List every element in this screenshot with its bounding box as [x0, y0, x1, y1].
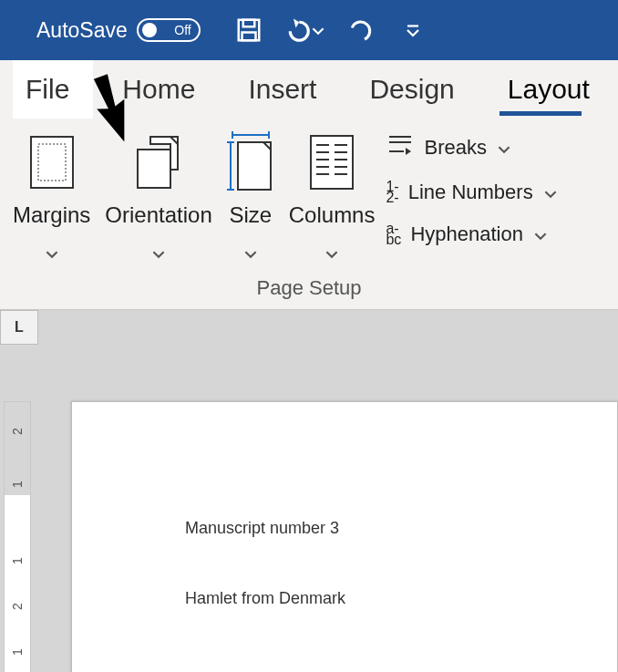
columns-label: Columns	[289, 202, 376, 228]
svg-rect-14	[311, 136, 353, 189]
autosave-toggle-off[interactable]: Off	[137, 18, 201, 42]
margins-icon	[27, 129, 77, 195]
customize-quick-access[interactable]	[405, 22, 421, 38]
orientation-button[interactable]: Orientation	[98, 126, 219, 268]
size-button[interactable]: Size	[220, 126, 282, 268]
chevron-down-icon	[544, 181, 557, 204]
page-setup-more: Breaks 1-2- Line Numbers a-bc Hyphenatio…	[382, 126, 556, 246]
tab-home[interactable]: Home	[120, 68, 197, 110]
size-label: Size	[229, 202, 272, 228]
autosave-label: AutoSave	[36, 18, 128, 43]
save-button[interactable]	[235, 16, 263, 44]
ribbon-group-label: Page Setup	[0, 276, 618, 300]
chevron-down-icon	[312, 18, 324, 43]
tab-layout[interactable]: Layout	[506, 68, 592, 110]
autosave-state: Off	[174, 23, 191, 37]
tab-file[interactable]: File	[24, 68, 71, 110]
svg-rect-2	[242, 33, 255, 41]
ribbon-layout: Margins Orientation Size Columns Breaks	[0, 119, 618, 310]
ruler-mark: 1	[10, 630, 25, 656]
breaks-icon	[386, 133, 415, 162]
document-line: Hamlet from Denmark	[185, 589, 617, 608]
hyphenation-icon: a-bc	[386, 223, 401, 245]
margins-label: Margins	[13, 202, 90, 228]
hyphenation-button[interactable]: a-bc Hyphenation	[386, 222, 556, 246]
margins-button[interactable]: Margins	[5, 126, 98, 268]
chevron-down-icon	[46, 239, 58, 264]
hyphenation-label: Hyphenation	[410, 222, 523, 246]
ruler-mark: 2	[10, 409, 25, 435]
svg-rect-13	[238, 142, 271, 190]
line-numbers-label: Line Numbers	[408, 181, 533, 204]
active-tab-underline	[500, 111, 582, 116]
undo-button[interactable]	[284, 16, 324, 44]
orientation-icon	[132, 129, 185, 195]
breaks-label: Breaks	[424, 136, 486, 160]
ribbon-tabs: File Home Insert Design Layout	[0, 60, 618, 119]
columns-button[interactable]: Columns	[282, 126, 383, 268]
breaks-button[interactable]: Breaks	[386, 133, 556, 162]
ruler-mark: 1	[10, 539, 25, 564]
size-icon	[227, 129, 274, 195]
chevron-down-icon	[534, 222, 547, 246]
svg-rect-1	[243, 20, 255, 27]
line-numbers-button[interactable]: 1-2- Line Numbers	[386, 181, 556, 204]
chevron-down-icon	[498, 136, 510, 160]
orientation-label: Orientation	[105, 202, 211, 228]
document-page[interactable]: Manuscript number 3 Hamlet from Denmark	[71, 401, 618, 672]
vertical-ruler[interactable]: 2 1 1 2 1	[4, 401, 31, 672]
tab-design[interactable]: Design	[367, 68, 456, 110]
chevron-down-icon	[152, 239, 165, 264]
chevron-down-icon	[325, 239, 338, 264]
ruler-mark: 2	[10, 584, 25, 610]
line-numbers-icon: 1-2-	[386, 181, 398, 203]
title-bar: AutoSave Off	[0, 0, 618, 60]
quick-access-toolbar	[235, 16, 421, 44]
tab-insert[interactable]: Insert	[246, 68, 318, 110]
autosave-control[interactable]: AutoSave Off	[36, 18, 201, 43]
ruler-corner-tab-selector[interactable]: L	[0, 310, 38, 345]
ruler-mark: 1	[10, 462, 25, 488]
redo-button[interactable]	[346, 16, 374, 44]
document-line: Manuscript number 3	[185, 519, 617, 538]
svg-rect-6	[138, 150, 170, 188]
columns-icon	[309, 129, 355, 195]
chevron-down-icon	[244, 239, 257, 264]
